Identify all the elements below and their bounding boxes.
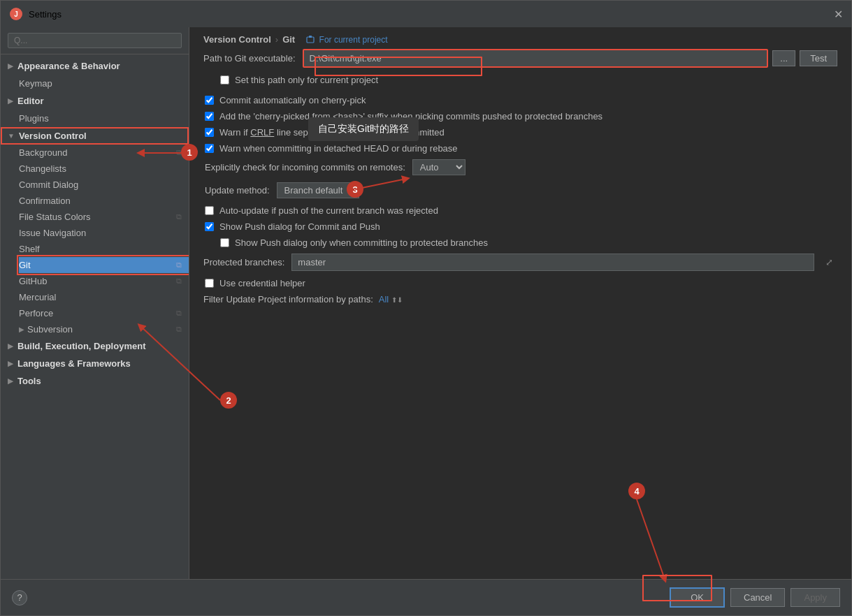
title-bar: J Settings ✕ <box>1 1 851 27</box>
sidebar-item-git[interactable]: Git ⧉ <box>19 257 189 273</box>
cancel-button[interactable]: Cancel <box>730 588 785 607</box>
search-input[interactable] <box>8 33 182 48</box>
close-button[interactable]: ✕ <box>834 8 843 21</box>
sidebar-item-background[interactable]: Background ⧉ <box>19 145 189 161</box>
breadcrumb: Version Control › Git For current projec… <box>189 27 851 49</box>
auto-update-checkbox[interactable] <box>205 206 214 215</box>
svg-rect-3 <box>309 36 312 38</box>
sidebar-item-perforce[interactable]: Perforce ⧉ <box>19 305 189 321</box>
cherry-hash-label: Add the 'cherry-picked from <hash>' suff… <box>219 111 602 122</box>
sidebar-item-keymap[interactable]: Keymap <box>1 75 189 92</box>
for-current-project-link[interactable]: For current project <box>306 35 387 45</box>
arrow-icon: ▶ <box>8 62 13 70</box>
path-label: Path to Git executable: <box>203 53 296 64</box>
sidebar-item-languages[interactable]: ▶ Languages & Frameworks <box>1 355 189 372</box>
crlf-row: Warn if CRLF line separators are about t… <box>203 127 837 138</box>
path-row: Path to Git executable: ... Test <box>203 49 837 68</box>
test-button[interactable]: Test <box>800 50 837 66</box>
auto-update-row: Auto-update if push of the current branc… <box>203 205 837 216</box>
sidebar-item-subversion[interactable]: ▶ Subversion ⧉ <box>19 321 189 337</box>
main-panel: Version Control › Git For current projec… <box>189 27 851 579</box>
update-method-select[interactable]: Branch default Merge Rebase <box>277 182 359 198</box>
copy-icon: ⧉ <box>176 212 182 221</box>
cherry-pick-row: Commit automatically on cherry-pick <box>203 95 837 105</box>
current-project-checkbox[interactable] <box>220 75 229 85</box>
arrow-icon: ▶ <box>8 97 13 105</box>
ok-button[interactable]: OK <box>670 587 725 608</box>
bottom-bar: ? OK Cancel Apply <box>1 579 851 615</box>
expand-icon[interactable]: ⤢ <box>821 256 837 269</box>
show-push-row: Show Push dialog for Commit and Push <box>203 221 837 232</box>
show-push-checkbox[interactable] <box>205 222 214 231</box>
update-method-row: Update method: Branch default Merge Reba… <box>203 182 837 198</box>
settings-content: Path to Git executable: ... Test Set thi… <box>189 49 851 579</box>
arrow-icon: ▼ <box>8 132 15 140</box>
push-protected-checkbox[interactable] <box>220 238 229 247</box>
sidebar-item-changelists[interactable]: Changelists <box>19 161 189 177</box>
cherry-pick-label: Commit automatically on cherry-pick <box>219 95 366 105</box>
incoming-row: Explicitly check for incoming commits on… <box>203 159 837 175</box>
path-input-group: ... Test <box>303 49 837 68</box>
arrow-icon: ▶ <box>8 377 13 385</box>
sidebar-item-commit-dialog[interactable]: Commit Dialog <box>19 177 189 193</box>
crlf-checkbox[interactable] <box>205 128 214 137</box>
search-box <box>1 27 189 54</box>
detached-head-row: Warn when committing in detached HEAD or… <box>203 143 837 154</box>
push-protected-row: Show Push dialog only when committing to… <box>203 237 837 248</box>
sidebar-item-plugins[interactable]: Plugins <box>1 110 189 127</box>
current-project-label: Set this path only for current project <box>235 75 378 85</box>
apply-button[interactable]: Apply <box>790 588 840 607</box>
sidebar-nav: ▶ Appearance & Behavior Keymap ▶ Editor … <box>1 54 189 579</box>
arrow-icon: ▶ <box>8 360 13 367</box>
vc-children: Background ⧉ Changelists Commit Dialog C… <box>1 145 189 337</box>
copy-icon: ⧉ <box>176 277 182 286</box>
cherry-hash-checkbox[interactable] <box>205 112 214 121</box>
filter-label: Filter Update Project information by pat… <box>203 294 373 305</box>
credential-row: Use credential helper <box>203 278 837 288</box>
cherry-pick-checkbox[interactable] <box>205 96 214 105</box>
window-title: Settings <box>29 9 62 20</box>
sidebar-item-shelf[interactable]: Shelf <box>19 241 189 257</box>
copy-icon: ⧉ <box>176 261 182 270</box>
current-project-row: Set this path only for current project <box>203 75 837 85</box>
auto-update-label: Auto-update if push of the current branc… <box>219 205 438 216</box>
svg-rect-2 <box>307 37 314 43</box>
arrow-icon: ▶ <box>8 342 13 350</box>
credential-label: Use credential helper <box>219 278 305 288</box>
app-icon: J <box>9 7 23 21</box>
sidebar-item-build[interactable]: ▶ Build, Execution, Deployment <box>1 337 189 355</box>
git-path-input[interactable] <box>303 49 769 68</box>
sidebar: ▶ Appearance & Behavior Keymap ▶ Editor … <box>1 27 189 579</box>
sidebar-item-appearance[interactable]: ▶ Appearance & Behavior <box>1 57 189 75</box>
credential-checkbox[interactable] <box>205 279 214 288</box>
browse-button[interactable]: ... <box>772 50 795 66</box>
detached-head-checkbox[interactable] <box>205 144 214 153</box>
help-button[interactable]: ? <box>12 590 27 606</box>
sidebar-item-issue-navigation[interactable]: Issue Navigation <box>19 225 189 241</box>
filter-value-link[interactable]: All ⬆⬇ <box>379 294 403 305</box>
sidebar-item-confirmation[interactable]: Confirmation <box>19 193 189 209</box>
sidebar-item-editor[interactable]: ▶ Editor <box>1 92 189 110</box>
crlf-label: Warn if CRLF line separators are about t… <box>219 127 445 138</box>
protected-branches-label: Protected branches: <box>203 257 284 267</box>
detached-head-label: Warn when committing in detached HEAD or… <box>219 143 458 154</box>
copy-icon: ⧉ <box>176 325 182 334</box>
settings-window: J Settings ✕ ▶ Appearance & Behavior Key… <box>0 0 852 616</box>
sidebar-item-version-control[interactable]: ▼ Version Control <box>1 127 189 145</box>
copy-icon: ⧉ <box>176 309 182 318</box>
svg-text:J: J <box>14 10 18 18</box>
incoming-label: Explicitly check for incoming commits on… <box>205 162 405 173</box>
sidebar-item-tools[interactable]: ▶ Tools <box>1 372 189 390</box>
protected-branches-row: Protected branches: ⤢ <box>203 254 837 271</box>
cherry-hash-row: Add the 'cherry-picked from <hash>' suff… <box>203 111 837 122</box>
sidebar-item-github[interactable]: GitHub ⧉ <box>19 273 189 289</box>
protected-branches-input[interactable] <box>291 254 814 271</box>
filter-row: Filter Update Project information by pat… <box>203 294 837 305</box>
push-protected-label: Show Push dialog only when committing to… <box>235 237 488 248</box>
update-method-label: Update method: <box>205 185 270 196</box>
incoming-select[interactable]: Auto Always Never <box>412 159 465 175</box>
copy-icon: ⧉ <box>176 148 182 157</box>
show-push-label: Show Push dialog for Commit and Push <box>219 221 380 232</box>
sidebar-item-mercurial[interactable]: Mercurial <box>19 289 189 305</box>
sidebar-item-file-status-colors[interactable]: File Status Colors ⧉ <box>19 209 189 225</box>
